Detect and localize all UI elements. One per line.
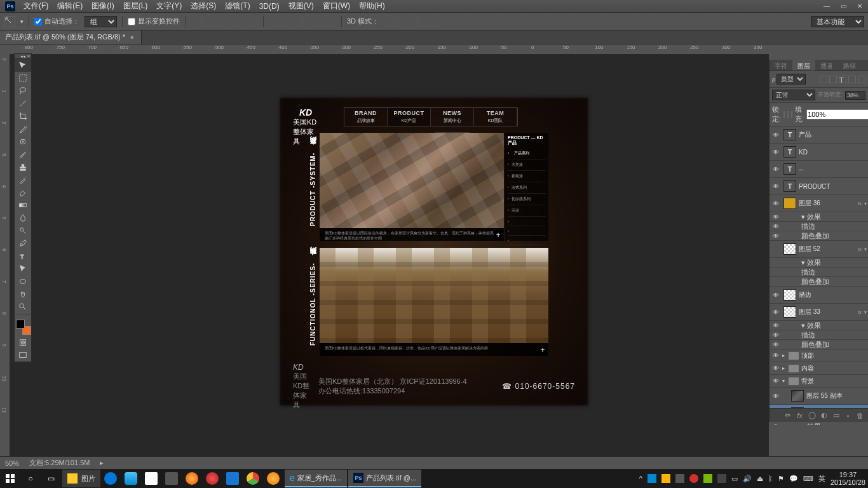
layer-row[interactable]: 👁图层 55 副本 [770,388,868,405]
taskbar-explorer[interactable]: 图片 [62,470,100,487]
taskbar-photoshop[interactable]: Ps产品列表.tif @... [348,470,421,487]
visibility-icon[interactable]: 👁 [771,376,781,386]
layer-effect[interactable]: 描边 [770,268,868,277]
layer-effect[interactable]: 👁▾ 效果 [770,422,868,425]
align-icon[interactable] [214,17,224,27]
tray-network-icon[interactable]: ▭ [731,475,738,483]
distribute-icon[interactable] [269,17,279,27]
tray-icon[interactable] [648,474,656,483]
ruler-vertical[interactable]: 01234567891011 [0,55,10,456]
filter-adjust-icon[interactable] [829,76,837,83]
mode3d-icon[interactable] [418,17,428,27]
brush-tool[interactable] [15,148,31,161]
taskbar-ie[interactable]: e家居_秀作品... [285,470,347,487]
screenmode-tool[interactable] [15,349,31,362]
mode3d-icon[interactable] [430,17,440,27]
gradient-tool[interactable] [15,199,31,212]
layer-effect[interactable]: 颜色叠加 [770,277,868,287]
tray-ime[interactable]: 英 [818,474,825,484]
layer-row[interactable]: 👁图层 33fx▾ [770,304,868,321]
quickmask-tool[interactable] [15,336,31,349]
taskview-button[interactable]: ▭ [41,470,61,487]
menu-window[interactable]: 窗口(W) [318,1,355,11]
layer-name[interactable]: 背景 [801,377,868,386]
history-brush-tool[interactable] [15,173,31,186]
visibility-icon[interactable]: 👁 [771,290,781,300]
layer-row[interactable]: 👁▸内容 [770,362,868,375]
taskbar-firefox[interactable] [182,470,202,487]
type-tool[interactable]: T [15,250,31,262]
doc-info[interactable]: 文档:5.29M/101.5M [29,458,90,468]
hand-tool[interactable] [15,288,31,301]
path-select-tool[interactable] [15,262,31,275]
distribute-icon[interactable] [292,17,302,27]
layer-name[interactable]: 顶部 [801,351,868,360]
layer-name[interactable]: 图层 36 [799,199,858,208]
layer-row[interactable]: 👁T-- [770,161,868,178]
layer-row[interactable]: 👁T产品 [770,126,868,144]
align-icon[interactable] [225,17,235,27]
mode3d-icon[interactable] [384,17,394,27]
layer-name[interactable]: 图层 52 [799,245,858,254]
distribute-icon[interactable] [315,17,325,27]
layers-list[interactable]: 👁T产品👁TKD👁T--👁TPRODUCT👁图层 36fx▾👁▾ 效果👁描边👁颜… [770,126,868,425]
menu-type[interactable]: 文字(Y) [152,1,186,11]
layer-effect[interactable]: ▾ 效果 [770,258,868,268]
taskbar-app3[interactable] [263,470,283,487]
filter-type-icon[interactable]: T [839,76,846,83]
shape-tool[interactable] [15,275,31,288]
fx-badge[interactable]: fx [858,201,862,207]
auto-select-dropdown[interactable]: 组 [85,16,117,27]
canvas-area[interactable]: KD美国KD整体家具 BRAND品牌故事 PRODUCTKD产品 NEWS新闻中… [10,55,769,456]
fx-badge[interactable]: fx [858,247,862,252]
move-tool[interactable] [15,59,31,72]
tray-icon[interactable] [689,474,698,483]
layer-effect[interactable]: 👁颜色叠加 [770,340,868,349]
menu-layer[interactable]: 图层(L) [119,1,153,11]
close-button[interactable]: ✕ [851,0,868,11]
start-button[interactable] [0,470,20,487]
link-layers-icon[interactable]: ⇔ [783,411,792,419]
layer-effect[interactable]: 👁颜色叠加 [770,231,868,241]
blur-tool[interactable] [15,212,31,224]
distribute-icon[interactable] [303,17,313,27]
visibility-icon[interactable]: 👁 [771,307,781,317]
tab-paths[interactable]: 路径 [838,60,861,71]
healing-tool[interactable] [15,135,31,148]
tray-safe-remove-icon[interactable]: ⏏ [757,475,763,483]
layer-row[interactable]: 👁描边 [770,287,868,304]
visibility-icon[interactable]: 👁 [771,164,781,174]
tray-clock[interactable]: 19:372015/10/28 [831,471,865,486]
color-swatches[interactable] [16,320,31,335]
layer-row[interactable]: 👁TPRODUCT [770,178,868,195]
layer-name[interactable]: KD [799,149,868,156]
layer-name[interactable]: -- [799,166,868,173]
close-tab-icon[interactable]: × [130,34,133,41]
visibility-icon[interactable]: 👁 [771,363,781,374]
layer-name[interactable]: 产品 [799,130,868,139]
menu-image[interactable]: 图像(I) [87,1,118,11]
align-icon[interactable] [248,17,258,27]
align-icon[interactable] [202,17,212,27]
tool-preset-icon[interactable] [4,16,15,27]
tab-character[interactable]: 字符 [770,60,792,71]
layer-name[interactable]: PRODUCT [799,183,868,190]
tray-icon[interactable]: ^ [639,475,642,482]
visibility-icon[interactable]: 👁 [771,351,781,361]
tray-volume-icon[interactable]: 🔊 [743,475,752,483]
tray-bluetooth-icon[interactable]: ᛒ [768,475,773,482]
layer-row[interactable]: 👁▸顶部 [770,349,868,362]
visibility-icon[interactable]: 👁 [771,231,781,241]
taskbar-app2[interactable] [222,470,243,487]
layer-name[interactable]: 图层 33 [799,308,858,316]
filter-shape-icon[interactable] [848,76,856,83]
layer-name[interactable]: 图层 55 副本 [806,391,868,400]
foreground-color[interactable] [16,320,25,329]
menu-select[interactable]: 选择(S) [186,1,220,11]
visibility-icon[interactable]: 👁 [771,221,781,231]
lock-all-icon[interactable] [791,111,792,118]
ruler-horizontal[interactable]: -800-750-700-650-600-550-500-450-400-350… [10,44,769,55]
dodge-tool[interactable] [15,224,31,237]
filter-pixel-icon[interactable] [820,76,827,83]
pen-tool[interactable] [15,237,31,250]
